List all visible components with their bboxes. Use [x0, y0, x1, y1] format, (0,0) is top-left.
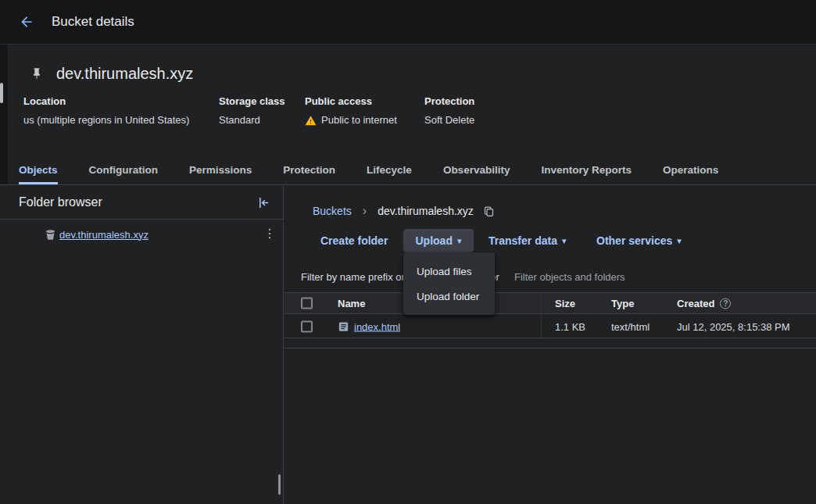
bucket-link[interactable]: dev.thirumalesh.xyz: [59, 229, 149, 241]
tab-protection[interactable]: Protection: [283, 155, 335, 184]
tab-inventory-reports[interactable]: Inventory Reports: [541, 155, 632, 184]
checkbox-icon: [301, 298, 313, 309]
menu-item-upload-folder[interactable]: Upload folder: [403, 284, 495, 309]
create-folder-label: Create folder: [320, 234, 388, 247]
meta-label: Storage class: [219, 95, 285, 108]
meta-value: Standard: [219, 113, 285, 127]
panel-scrollbar[interactable]: [278, 474, 281, 495]
upload-button[interactable]: Upload ▾: [403, 229, 474, 252]
tab-operations[interactable]: Operations: [663, 155, 718, 184]
meta-protection: Protection Soft Delete: [424, 95, 474, 127]
folder-browser-header: Folder browser: [0, 186, 283, 220]
topbar: Bucket details: [0, 0, 816, 45]
object-type: text/html: [611, 320, 650, 332]
meta-public-access: Public access Public to internet: [305, 95, 397, 127]
collapse-panel-button[interactable]: [257, 196, 270, 209]
meta-location: Location us (multiple regions in United …: [23, 95, 189, 127]
folder-browser-panel: Folder browser dev.thirumalesh.xyz ⋮: [0, 186, 284, 504]
row-checkbox[interactable]: [301, 320, 313, 332]
breadcrumb: Buckets › dev.thirumalesh.xyz: [313, 200, 495, 222]
tab-bar: Objects Configuration Permissions Protec…: [0, 155, 816, 185]
upload-menu: Upload files Upload folder: [403, 252, 495, 315]
caret-down-icon: ▾: [677, 236, 682, 246]
column-header-type: Type: [611, 298, 634, 309]
tab-objects[interactable]: Objects: [19, 155, 58, 184]
file-icon: [338, 320, 349, 332]
tab-permissions[interactable]: Permissions: [189, 155, 252, 184]
collapse-left-icon: [257, 196, 270, 209]
prefix-filter-label: Filter by name prefix only: [301, 271, 414, 283]
table-header-row: Name Size Type Created ?: [284, 292, 816, 314]
objects-panel: Buckets › dev.thirumalesh.xyz Create fol…: [284, 186, 816, 504]
chevron-right-icon: ›: [363, 204, 367, 218]
meta-label: Location: [23, 95, 189, 108]
meta-value: us (multiple regions in United States): [23, 113, 189, 127]
other-services-label: Other services: [596, 234, 672, 247]
meta-value-text: Public to internet: [321, 113, 397, 127]
object-created: Jul 12, 2025, 8:15:38 PM: [677, 320, 790, 332]
pin-icon: [30, 67, 43, 83]
more-options-icon[interactable]: ⋮: [263, 226, 276, 241]
created-label: Created: [677, 298, 714, 309]
checkbox-icon: [301, 320, 313, 332]
left-scrollbar[interactable]: [0, 83, 3, 103]
tab-lifecycle[interactable]: Lifecycle: [367, 155, 412, 184]
tab-observability[interactable]: Observability: [443, 155, 510, 184]
caret-down-icon: ▾: [457, 236, 462, 246]
upload-label: Upload: [416, 234, 453, 247]
table-row[interactable]: index.html 1.1 KB text/html Jul 12, 2025…: [284, 315, 816, 338]
transfer-data-button[interactable]: Transfer data ▾: [479, 229, 575, 252]
column-header-name: Name: [338, 298, 365, 309]
meta-value: Soft Delete: [424, 113, 474, 127]
caret-down-icon: ▾: [562, 236, 567, 246]
meta-label: Public access: [305, 95, 397, 108]
back-button[interactable]: [16, 11, 38, 33]
other-services-button[interactable]: Other services ▾: [587, 229, 691, 252]
object-link[interactable]: index.html: [354, 320, 400, 332]
breadcrumb-buckets-link[interactable]: Buckets: [313, 205, 352, 217]
bucket-tree-item[interactable]: dev.thirumalesh.xyz ⋮: [0, 222, 283, 247]
bucket-icon: [45, 229, 56, 241]
select-all-checkbox[interactable]: [301, 298, 313, 309]
filter-bar: Filter by name prefix only ▾ Filter Filt…: [284, 261, 816, 292]
table-bottom-divider: [284, 348, 816, 349]
column-header-size: Size: [555, 298, 575, 309]
page-title: Bucket details: [52, 14, 134, 30]
create-folder-button[interactable]: Create folder: [311, 229, 397, 252]
folder-browser-title: Folder browser: [19, 195, 102, 209]
meta-storage-class: Storage class Standard: [219, 95, 285, 127]
column-header-created: Created ?: [677, 298, 731, 309]
filter-input[interactable]: Filter objects and folders: [514, 261, 625, 292]
transfer-data-label: Transfer data: [489, 234, 557, 247]
object-size: 1.1 KB: [555, 320, 585, 332]
column-divider: [541, 292, 542, 339]
meta-value: Public to internet: [305, 113, 397, 127]
meta-label: Protection: [424, 95, 474, 108]
help-icon[interactable]: ?: [720, 298, 731, 309]
menu-item-upload-files[interactable]: Upload files: [403, 259, 495, 284]
bucket-name: dev.thirumalesh.xyz: [56, 65, 193, 83]
breadcrumb-current: dev.thirumalesh.xyz: [378, 205, 474, 217]
tab-configuration[interactable]: Configuration: [89, 155, 158, 184]
arrow-left-icon: [19, 14, 34, 30]
warning-icon: [305, 115, 317, 127]
copy-icon[interactable]: [483, 206, 495, 217]
